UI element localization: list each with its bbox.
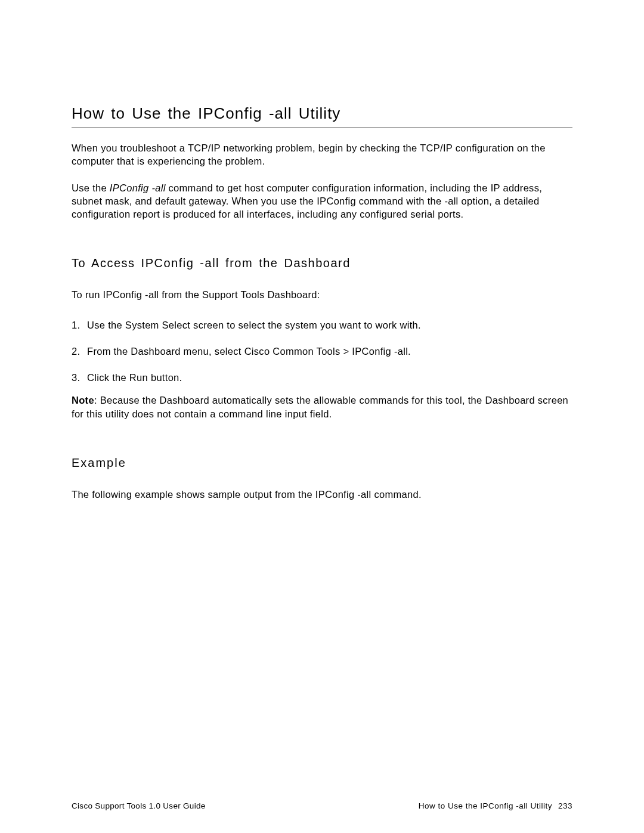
intro-p2-command: IPConfig -all	[110, 182, 166, 193]
step-text: Use the System Select screen to select t…	[87, 320, 421, 330]
intro-paragraph-2: Use the IPConfig -all command to get hos…	[72, 181, 572, 221]
section-heading-example: Example	[72, 456, 572, 470]
note-paragraph: Note: Because the Dashboard automaticall…	[72, 394, 572, 420]
page-footer: Cisco Support Tools 1.0 User Guide How t…	[0, 801, 644, 810]
list-item: 3.Click the Run button.	[72, 371, 572, 384]
section-heading-access: To Access IPConfig -all from the Dashboa…	[72, 256, 572, 270]
step-text: From the Dashboard menu, select Cisco Co…	[87, 346, 411, 357]
note-body: : Because the Dashboard automatically se…	[72, 395, 568, 419]
steps-list: 1.Use the System Select screen to select…	[72, 318, 572, 385]
footer-section-title: How to Use the IPConfig -all Utility	[419, 801, 552, 810]
document-page: How to Use the IPConfig -all Utility Whe…	[0, 0, 644, 501]
step-text: Click the Run button.	[87, 372, 182, 383]
list-item: 2.From the Dashboard menu, select Cisco …	[72, 345, 572, 358]
list-item: 1.Use the System Select screen to select…	[72, 318, 572, 332]
example-body: The following example shows sample outpu…	[72, 488, 572, 501]
page-title: How to Use the IPConfig -all Utility	[72, 104, 572, 128]
intro-paragraph-1: When you troubleshoot a TCP/IP networkin…	[72, 141, 572, 168]
section1-intro: To run IPConfig -all from the Support To…	[72, 288, 572, 301]
intro-p2-prefix: Use the	[72, 182, 110, 193]
note-label: Note	[72, 395, 94, 405]
footer-right: How to Use the IPConfig -all Utility233	[419, 801, 572, 810]
footer-left: Cisco Support Tools 1.0 User Guide	[72, 801, 206, 810]
footer-page-number: 233	[558, 801, 572, 810]
